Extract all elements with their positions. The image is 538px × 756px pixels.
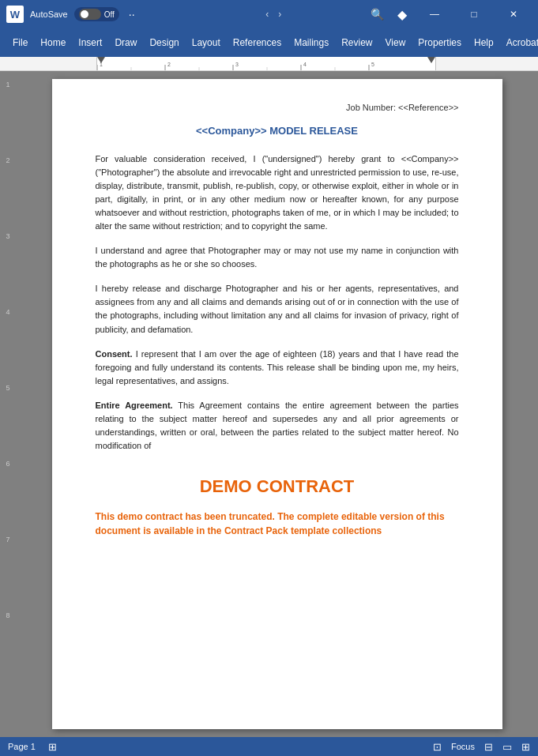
word-count-icon: ⊞: [48, 741, 57, 753]
web-view-icon[interactable]: ⊞: [521, 741, 530, 753]
svg-text:3: 3: [235, 62, 239, 67]
margin-num-2: 2: [6, 155, 9, 231]
menu-design[interactable]: Design: [143, 34, 185, 51]
demo-watermark: DEMO CONTRACT: [96, 476, 459, 497]
ruler-inner: 1 2 3 4 5: [96, 57, 436, 70]
title-chevron-left[interactable]: ‹: [265, 9, 269, 20]
toggle-state-label: Off: [104, 10, 115, 19]
paragraph-2: I understand and agree that Photographer…: [96, 244, 459, 271]
maximize-icon: □: [471, 9, 476, 20]
title-bar: W AutoSave Off ·· ‹ › 🔍 ◆ — □ ✕: [0, 0, 538, 28]
menu-bar: File Home Insert Draw Design Layout Refe…: [0, 28, 538, 57]
menu-review[interactable]: Review: [335, 34, 378, 51]
agreement-bold-label: Entire Agreement.: [96, 401, 173, 410]
left-margin: 1 2 3 4 5 6 7 8: [0, 71, 16, 737]
minimize-icon: —: [430, 9, 439, 20]
close-button[interactable]: ✕: [495, 0, 532, 28]
menu-file[interactable]: File: [6, 34, 34, 51]
word-logo: W: [6, 6, 24, 23]
paragraph-3-text: I hereby release and discharge Photograp…: [96, 284, 459, 333]
autosave-toggle[interactable]: Off: [74, 7, 119, 21]
autosave-label: AutoSave: [30, 9, 68, 19]
close-icon: ✕: [510, 9, 517, 20]
paragraph-1: For valuable consideration received, I (…: [96, 152, 459, 233]
menu-layout[interactable]: Layout: [186, 34, 227, 51]
page-view-icon[interactable]: ⊡: [433, 741, 442, 753]
menu-mailings[interactable]: Mailings: [288, 34, 335, 51]
paragraph-2-text: I understand and agree that Photographer…: [96, 246, 459, 269]
paragraph-4-text: I represent that I am over the age of ei…: [96, 349, 459, 386]
menu-home[interactable]: Home: [34, 34, 72, 51]
job-number-text: Job Number: <<Reference>>: [346, 103, 458, 112]
title-chevron-right[interactable]: ›: [278, 9, 281, 20]
paragraph-3: I hereby release and discharge Photograp…: [96, 282, 459, 336]
margin-num-4: 4: [6, 307, 9, 382]
content-area: 1 2 3 4 5 6 7 8 Job Number: <<Reference>…: [0, 71, 538, 737]
maximize-button[interactable]: □: [456, 0, 492, 28]
consent-bold-label: Consent.: [96, 349, 133, 359]
menu-help[interactable]: Help: [468, 34, 500, 51]
page-status: Page 1: [8, 742, 36, 751]
document-title: <<Company>> MODEL RELEASE: [96, 125, 459, 137]
print-layout-icon[interactable]: ▭: [502, 741, 512, 753]
svg-text:5: 5: [371, 62, 374, 67]
job-number-line: Job Number: <<Reference>>: [96, 103, 459, 112]
search-icon: 🔍: [371, 8, 384, 21]
doc-wrapper[interactable]: Job Number: <<Reference>> <<Company>> MO…: [16, 71, 538, 737]
margin-num-3: 3: [6, 231, 9, 307]
more-commands-icon[interactable]: ··: [129, 8, 135, 21]
left-indent-marker[interactable]: [97, 57, 105, 65]
search-button[interactable]: 🔍: [366, 3, 388, 25]
margin-num-1: 1: [6, 79, 9, 155]
margin-num-6: 6: [6, 458, 9, 534]
minimize-button[interactable]: —: [416, 0, 453, 28]
ruler: 1 2 3 4 5: [0, 57, 538, 71]
paragraph-4-consent: Consent. I represent that I am over the …: [96, 348, 459, 388]
svg-text:4: 4: [303, 62, 307, 67]
document-page: Job Number: <<Reference>> <<Company>> MO…: [52, 79, 502, 729]
menu-insert[interactable]: Insert: [72, 34, 108, 51]
focus-label[interactable]: Focus: [451, 742, 475, 751]
paragraph-1-text: For valuable consideration received, I (…: [96, 154, 459, 231]
toggle-track[interactable]: [79, 9, 101, 20]
margin-num-7: 7: [6, 534, 9, 610]
status-bar: Page 1 ⊞ ⊡ Focus ⊟ ▭ ⊞: [0, 737, 538, 756]
menu-draw[interactable]: Draw: [108, 34, 143, 51]
layout-icon[interactable]: ⊟: [484, 741, 493, 753]
svg-text:2: 2: [167, 62, 171, 67]
menu-properties[interactable]: Properties: [412, 34, 468, 51]
menu-view[interactable]: View: [379, 34, 412, 51]
menu-acrobat[interactable]: Acrobat: [500, 34, 538, 51]
menu-references[interactable]: References: [227, 34, 288, 51]
right-indent-marker[interactable]: [427, 57, 435, 65]
demo-notice: This demo contract has been truncated. T…: [96, 510, 459, 538]
margin-num-8: 8: [6, 610, 9, 686]
margin-num-5: 5: [6, 382, 9, 458]
paragraph-5-agreement: Entire Agreement. This Agreement contain…: [96, 399, 459, 453]
premium-icon[interactable]: ◆: [391, 7, 413, 22]
